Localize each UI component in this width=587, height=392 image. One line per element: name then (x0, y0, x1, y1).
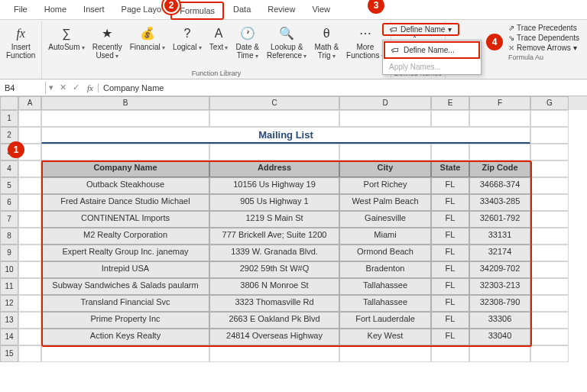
row-header[interactable]: 14 (0, 329, 18, 345)
row-header[interactable]: 5 (0, 177, 18, 194)
cell[interactable] (18, 211, 41, 228)
row-header[interactable]: 10 (0, 261, 18, 278)
cell[interactable]: FL (431, 295, 469, 312)
cell[interactable]: 24814 Overseas Highway (209, 329, 339, 345)
cell[interactable]: 32601-792 (469, 211, 530, 228)
cell[interactable]: Intrepid USA (41, 261, 209, 278)
cell[interactable] (431, 345, 469, 362)
cell[interactable] (18, 312, 41, 329)
cell[interactable]: FL (431, 261, 469, 278)
cell[interactable] (41, 110, 209, 127)
cell[interactable] (530, 261, 569, 278)
cell[interactable]: CONTINENTAL Imports (41, 211, 209, 228)
row-header[interactable]: 7 (0, 211, 18, 228)
cell[interactable] (530, 345, 569, 362)
cell[interactable]: State (431, 160, 469, 177)
cancel-icon[interactable]: ✕ (57, 83, 70, 92)
row-header[interactable]: 9 (0, 245, 18, 261)
cell[interactable] (530, 144, 569, 160)
cell[interactable] (209, 110, 339, 127)
cell[interactable]: Expert Realty Group Inc. janemay (41, 245, 209, 261)
cell[interactable] (41, 144, 209, 160)
chevron-down-icon[interactable]: ▾ (46, 83, 57, 92)
more-functions-button[interactable]: ⋯MoreFunctions (343, 23, 388, 62)
menu-define-name[interactable]: 🏷Define Name... (384, 41, 480, 59)
cell[interactable]: Zip Code (469, 160, 530, 177)
row-header[interactable]: 6 (0, 194, 18, 211)
cell[interactable] (339, 345, 431, 362)
menu-apply-names[interactable]: Apply Names... (383, 60, 481, 74)
cell[interactable]: Subway Sandwiches & Salads paularm (41, 278, 209, 295)
cell[interactable]: FL (431, 228, 469, 245)
col-header[interactable]: E (431, 96, 469, 110)
title-cell[interactable]: Mailing List (41, 127, 530, 144)
cell[interactable]: Fred Astaire Dance Studio Michael (41, 194, 209, 211)
tab-view[interactable]: View (304, 2, 338, 19)
row-header[interactable]: 13 (0, 312, 18, 329)
insert-function-button[interactable]: fxInsertFunction (3, 23, 38, 61)
cell[interactable]: Ormond Beach (339, 245, 431, 261)
define-name-button[interactable]: 🏷 Define Name ▾ (382, 23, 459, 36)
formula-input[interactable]: Company Name (99, 82, 587, 94)
datetime-button[interactable]: 🕐Date &Time (232, 23, 262, 62)
cell[interactable] (530, 278, 569, 295)
cell[interactable]: 33131 (469, 228, 530, 245)
cell[interactable] (18, 110, 41, 127)
cell[interactable]: 33306 (469, 312, 530, 329)
cell[interactable]: Bradenton (339, 261, 431, 278)
text-button[interactable]: AText (206, 23, 232, 62)
cell[interactable]: 34209-702 (469, 261, 530, 278)
cell[interactable] (530, 211, 569, 228)
cell[interactable]: FL (431, 312, 469, 329)
cell[interactable]: M2 Realty Corporation (41, 228, 209, 245)
cell[interactable]: Prime Property Inc (41, 312, 209, 329)
cell[interactable]: Gainesville (339, 211, 431, 228)
col-header[interactable]: G (530, 96, 569, 110)
row-header[interactable]: 4 (0, 160, 18, 177)
cell[interactable] (18, 245, 41, 261)
remove-arrows-button[interactable]: ⤫Remove Arrows ▾ (505, 43, 582, 53)
cell[interactable]: 33403-285 (469, 194, 530, 211)
cell[interactable]: Transland Financial Svc (41, 295, 209, 312)
tab-page-layo[interactable]: Page Layo (114, 2, 170, 19)
cell[interactable]: 3806 N Monroe St (209, 278, 339, 295)
cell[interactable] (431, 144, 469, 160)
cell[interactable]: FL (431, 177, 469, 194)
cell[interactable]: 33040 (469, 329, 530, 345)
cell[interactable]: 1339 W. Granada Blvd. (209, 245, 339, 261)
cell[interactable] (469, 144, 530, 160)
cell[interactable] (18, 177, 41, 194)
cell[interactable]: FL (431, 329, 469, 345)
cell[interactable]: 32308-790 (469, 295, 530, 312)
cell[interactable] (530, 160, 569, 177)
trace-precedents-button[interactable]: ⇗Trace Precedents (505, 23, 582, 33)
cell[interactable]: 777 Brickell Ave; Suite 1200 (209, 228, 339, 245)
cell[interactable] (18, 160, 41, 177)
recently-used-button[interactable]: ★RecentlyUsed (89, 23, 125, 62)
col-header[interactable]: D (339, 96, 431, 110)
col-header[interactable]: C (209, 96, 339, 110)
cell[interactable] (530, 228, 569, 245)
cell[interactable] (18, 345, 41, 362)
check-icon[interactable]: ✓ (70, 83, 83, 92)
cell[interactable] (18, 228, 41, 245)
cell[interactable] (530, 110, 569, 127)
row-header[interactable]: 8 (0, 228, 18, 245)
tab-data[interactable]: Data (225, 2, 258, 19)
cell[interactable] (530, 194, 569, 211)
row-header[interactable]: 11 (0, 278, 18, 295)
mathtrig-button[interactable]: θMath &Trig (311, 23, 342, 62)
autosum-button[interactable]: ∑AutoSum (45, 23, 87, 62)
col-header[interactable]: B (41, 96, 209, 110)
worksheet-grid[interactable]: 12Mailing List34Company NameAddressCityS… (0, 110, 587, 362)
cell[interactable]: 2902 59th St W#Q (209, 261, 339, 278)
cell[interactable] (339, 110, 431, 127)
cell[interactable]: 1219 S Main St (209, 211, 339, 228)
cell[interactable]: 2663 E Oakland Pk Blvd (209, 312, 339, 329)
cell[interactable] (530, 127, 569, 144)
cell[interactable] (209, 144, 339, 160)
financial-button[interactable]: 💰Financial (127, 23, 168, 62)
cell[interactable]: Tallahassee (339, 295, 431, 312)
cell[interactable]: Tallahassee (339, 278, 431, 295)
row-header[interactable]: 1 (0, 110, 18, 127)
